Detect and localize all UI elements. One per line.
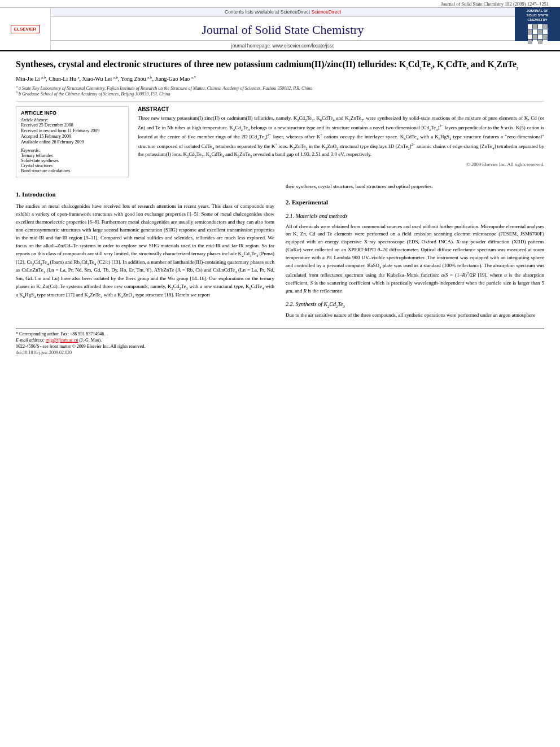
keyword-2: Crystal structures [21,163,124,168]
affiliations: a a State Key Laboratory of Structural C… [16,85,544,97]
body-col-left: 1. Introduction The studies on metal cha… [16,183,274,320]
page: Journal of Solid State Chemistry 182 (20… [0,0,560,747]
keywords-label: Keywords: [21,148,124,153]
article-title: Syntheses, crystal and electronic struct… [16,58,544,71]
corresponding-note: * Corresponding author. Fax: +86 591 837… [16,331,544,337]
section-1-title: 1. Introduction [16,190,274,199]
article-content: Syntheses, crystal and electronic struct… [0,51,560,363]
journal-meta: Journal of Solid State Chemistry 182 (20… [0,0,560,7]
history-label: Article history: [21,117,124,123]
received-revised: Received in revised form 11 February 200… [21,128,124,133]
article-info-col: ARTICLE INFO Article history: Received 2… [16,106,129,177]
subsection-21-title: 2.1. Materials and methods [286,212,544,221]
synthesis-paragraph: Due to the air sensitive nature of the t… [286,312,544,320]
sciencedirect-link[interactable]: ScienceDirect [312,9,341,15]
journal-title-bar: Journal of Solid State Chemistry [51,17,515,41]
email-link[interactable]: mjg@fjirsm.ac.cn [46,338,78,343]
journal-logo-right: SOLIDJOURNAL OFSOLID STATECHEMISTRY [515,7,560,41]
affiliation-b: b Graduate School of the Chinese Academy… [19,91,170,97]
intro-paragraph: The studies on metal chalcogenides have … [16,203,274,300]
email-note: E-mail address: mjg@fjirsm.ac.cn (J.-G. … [16,338,544,343]
divider-1 [16,101,544,102]
elsevier-logo-area: ELSEVIER [0,7,51,50]
received-date: Received 25 December 2008 [21,123,124,128]
logo-grid [528,24,548,44]
issn-line: 0022-4596/$ - see front matter © 2009 El… [16,344,544,349]
available-date: Available online 26 February 2009 [21,139,124,145]
contents-text: Contents lists available at ScienceDirec… [225,9,310,15]
abstract-col: ABSTRACT Three new ternary potassium(I) … [138,106,544,177]
keyword-3: Band structure calculations [21,168,124,173]
homepage-bar: journal homepage: www.elsevier.com/locat… [51,41,515,50]
intro-continuation: their syntheses, crystal structures, ban… [286,183,544,191]
abstract-title: ABSTRACT [138,106,544,112]
abstract-text: Three new ternary potassium(I) zinc(II) … [138,115,544,159]
body-col-right: their syntheses, crystal structures, ban… [286,183,544,320]
section-2-title: 2. Experimental [286,198,544,207]
article-info-box: ARTICLE INFO Article history: Received 2… [16,106,129,177]
accepted-date: Accepted 15 February 2009 [21,134,124,139]
journal-title: Journal of Solid State Chemistry [62,23,504,37]
copyright: © 2009 Elsevier Inc. All rights reserved… [138,161,544,167]
info-abstract-area: ARTICLE INFO Article history: Received 2… [16,106,544,177]
article-info-title: ARTICLE INFO [21,110,124,116]
journal-header: Journal of Solid State Chemistry 182 (20… [0,0,560,51]
body-content: 1. Introduction The studies on metal cha… [16,183,544,320]
journal-center-header: Contents lists available at ScienceDirec… [51,7,515,50]
contents-bar: Contents lists available at ScienceDirec… [51,7,515,17]
doi-line: doi:10.1016/j.jssc.2009.02.020 [16,350,544,355]
keyword-1: Solid-state syntheses [21,158,124,163]
keyword-0: Ternary tellurides [21,153,124,158]
subsection-22-title: 2.2. Synthesis of K2Cd2Te3 [286,300,544,309]
homepage-text: journal homepage: www.elsevier.com/locat… [231,43,334,49]
footnote-area: * Corresponding author. Fax: +86 591 837… [16,329,544,355]
methods-paragraph: All of chemicals were obtained from comm… [286,223,544,295]
logo-text: SOLIDJOURNAL OFSOLID STATECHEMISTRY [527,5,549,22]
affiliation-a: a State Key Laboratory of Structural Che… [19,85,313,90]
keywords-list: Ternary tellurides Solid-state syntheses… [21,153,124,173]
article-authors: Min-Jie Li a,b, Chun-Li Hu a, Xiao-Wu Le… [16,75,544,82]
elsevier-logo: ELSEVIER [11,25,40,33]
